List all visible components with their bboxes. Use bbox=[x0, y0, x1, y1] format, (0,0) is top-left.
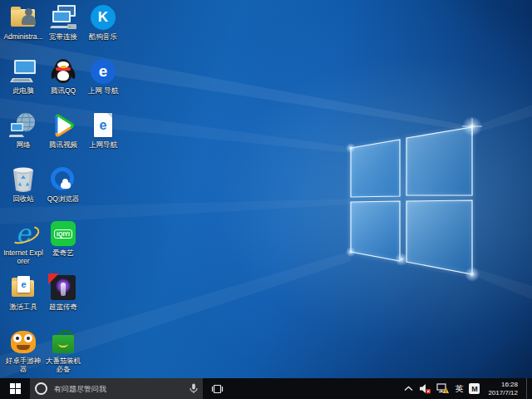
windows-logo-icon bbox=[10, 383, 21, 394]
orange-monster-icon bbox=[8, 328, 38, 356]
desktop-icon-iqiyi[interactable]: iQIYI 爱奇艺 bbox=[43, 219, 83, 273]
search-input[interactable] bbox=[52, 384, 185, 394]
ime-mode-button[interactable]: M bbox=[469, 378, 480, 399]
icon-column-3: K 酷狗音乐 e 上网 导航 e 上网导航 bbox=[83, 3, 123, 378]
icon-label: 好卓手游神器 bbox=[3, 357, 43, 373]
task-view-icon bbox=[211, 384, 224, 394]
volume-muted-icon bbox=[419, 383, 431, 394]
iqiyi-icon: iQIYI bbox=[48, 219, 78, 248]
legend-game-icon bbox=[48, 273, 78, 302]
this-pc-icon bbox=[8, 57, 38, 86]
icon-label: 回收站 bbox=[12, 195, 34, 203]
desktop-icon-this-pc[interactable]: 此电脑 bbox=[3, 57, 43, 111]
ime-mode-icon: M bbox=[469, 383, 480, 394]
window-panes bbox=[351, 127, 472, 274]
taskbar-clock[interactable]: 16:28 2017/7/12 bbox=[485, 381, 520, 397]
qq-penguin-icon bbox=[48, 57, 78, 86]
broadband-connection-icon bbox=[48, 3, 78, 32]
network-warning-button[interactable] bbox=[436, 378, 449, 399]
taskbar: 英 M 16:28 2017/7/12 bbox=[0, 378, 532, 399]
desktop-icon-recycle-bin[interactable]: 回收站 bbox=[3, 165, 43, 219]
internet-explorer-icon: e bbox=[8, 219, 38, 248]
icon-label: 宽带连接 bbox=[49, 32, 77, 41]
kugou-music-icon: K bbox=[88, 3, 118, 32]
nav-browser-icon: e bbox=[88, 57, 118, 86]
icon-label: 腾讯视频 bbox=[49, 140, 77, 149]
desktop-wallpaper: Administra... 此电脑 bbox=[0, 0, 532, 378]
icon-label: 激活工具 bbox=[9, 303, 37, 311]
desktop-icon-broadband[interactable]: 宽带连接 bbox=[43, 3, 83, 57]
volume-muted-button[interactable] bbox=[419, 378, 431, 399]
task-view-button[interactable] bbox=[203, 378, 231, 399]
clock-date: 2017/7/12 bbox=[488, 389, 518, 397]
desktop-icon-nav-browser[interactable]: e 上网 导航 bbox=[83, 57, 123, 111]
clock-time: 16:28 bbox=[501, 381, 518, 389]
desktop-icon-activation-tool[interactable]: e 激活工具 bbox=[3, 273, 43, 328]
icon-label: 大番茄装机必备 bbox=[43, 357, 83, 373]
tencent-video-play-icon bbox=[48, 111, 78, 140]
desktop-icon-grid: Administra... 此电脑 bbox=[3, 3, 123, 378]
icon-label: 上网导航 bbox=[89, 140, 117, 149]
icon-column-1: Administra... 此电脑 bbox=[3, 3, 43, 378]
desktop-icon-administrator[interactable]: Administra... bbox=[3, 3, 43, 57]
system-tray: 英 M 16:28 2017/7/12 bbox=[404, 378, 532, 399]
nav-document-icon: e bbox=[88, 111, 118, 140]
desktop-icon-kugou-music[interactable]: K 酷狗音乐 bbox=[83, 3, 123, 57]
recycle-bin-icon bbox=[8, 165, 38, 194]
icon-label: Administra... bbox=[3, 32, 42, 41]
network-warning-icon bbox=[436, 383, 449, 394]
show-desktop-button[interactable] bbox=[526, 378, 530, 399]
icon-label: 酷狗音乐 bbox=[89, 32, 117, 41]
icon-label: QQ浏览器 bbox=[47, 195, 80, 203]
network-icon bbox=[8, 111, 38, 140]
taskbar-empty-area bbox=[231, 378, 404, 399]
ime-language-indicator[interactable]: 英 bbox=[455, 378, 463, 399]
icon-label: 上网 导航 bbox=[88, 86, 118, 95]
desktop-icon-network[interactable]: 网络 bbox=[3, 111, 43, 165]
desktop-icon-qq-browser[interactable]: QQ浏览器 bbox=[43, 165, 83, 219]
cortana-icon bbox=[35, 382, 47, 395]
desktop-icon-tomato-installer[interactable]: 大番茄装机必备 bbox=[43, 328, 83, 378]
start-button[interactable] bbox=[0, 378, 30, 399]
desktop-icon-tencent-video[interactable]: 腾讯视频 bbox=[43, 111, 83, 165]
desktop-icon-tencent-qq[interactable]: 腾讯QQ bbox=[43, 57, 83, 111]
chevron-up-icon bbox=[404, 386, 413, 392]
qq-browser-icon bbox=[48, 165, 78, 194]
icon-label: 此电脑 bbox=[12, 86, 34, 95]
cortana-search-box[interactable] bbox=[30, 378, 203, 399]
microphone-icon[interactable] bbox=[190, 383, 198, 394]
green-bag-icon bbox=[48, 328, 78, 356]
activation-folder-icon: e bbox=[8, 273, 38, 302]
icon-label: 超蓝传奇 bbox=[49, 303, 77, 311]
desktop-icon-legend-game[interactable]: 超蓝传奇 bbox=[43, 273, 83, 328]
icon-label: 腾讯QQ bbox=[51, 86, 76, 95]
icon-label: 网络 bbox=[17, 140, 31, 149]
desktop-icon-internet-explorer[interactable]: e Internet Explorer bbox=[3, 219, 43, 273]
icon-label: Internet Explorer bbox=[3, 249, 43, 265]
desktop-icon-mobile-game-tool[interactable]: 好卓手游神器 bbox=[3, 328, 43, 378]
desktop-icon-nav-document[interactable]: e 上网导航 bbox=[83, 111, 123, 165]
user-folder-icon bbox=[8, 3, 38, 32]
icon-label: 爱奇艺 bbox=[52, 249, 74, 257]
tray-overflow-button[interactable] bbox=[404, 378, 413, 399]
icon-column-2: 宽带连接 腾讯QQ bbox=[43, 3, 83, 378]
